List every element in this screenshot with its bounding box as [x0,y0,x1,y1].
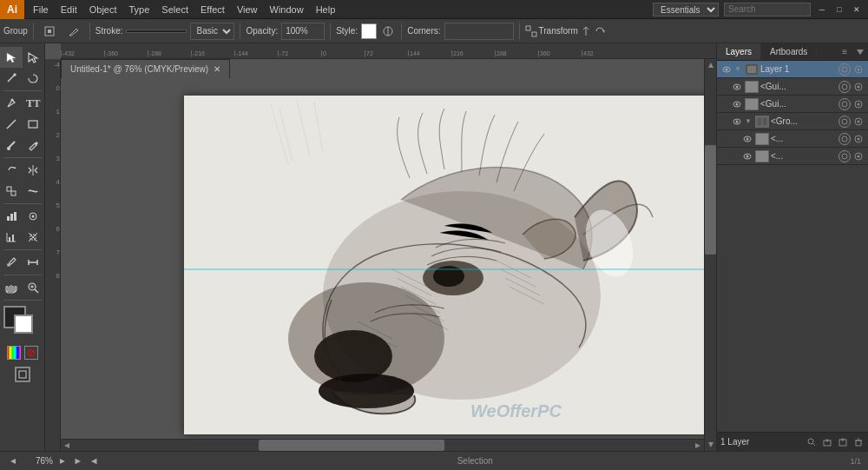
direct-selection-tool[interactable] [23,47,45,68]
line-tool[interactable] [0,114,23,135]
layer-item-4[interactable]: ▼ <Gro... [717,113,868,130]
prev-artboard-btn[interactable] [7,455,19,467]
layer-options-2[interactable] [852,81,865,93]
scroll-down-btn[interactable] [705,439,716,451]
minimize-button[interactable]: ─ [816,3,828,16]
visibility-icon-2[interactable] [731,81,743,93]
background-color[interactable] [14,314,33,334]
horizontal-scrollbar[interactable] [61,439,704,451]
workspace-select[interactable]: Essentials [653,3,719,17]
delete-layer-icon[interactable] [852,436,865,448]
layer-item-6[interactable]: <... [717,148,868,165]
align-icon[interactable] [525,25,537,37]
rotate-icon[interactable] [594,25,606,37]
lasso-tool[interactable] [23,68,45,89]
pen-tool[interactable] [0,93,23,114]
expand-arrow-4[interactable]: ▼ [745,117,753,125]
visibility-icon-5[interactable] [741,133,753,145]
menu-window[interactable]: Window [265,3,309,17]
layer-target-6[interactable] [838,150,851,162]
stroke-preview[interactable] [126,30,187,33]
column-graph-tool[interactable] [0,227,23,248]
layer-options-6[interactable] [852,150,865,162]
scroll-left-btn[interactable] [61,442,73,449]
tab-layers[interactable]: Layers [717,43,761,60]
menu-type[interactable]: Type [124,3,155,17]
type-tool[interactable]: T T [23,93,45,114]
panel-menu-icon[interactable]: ≡ [837,43,852,60]
layer-target-2[interactable] [838,81,851,93]
new-sublayer-icon[interactable] [821,436,833,448]
panel-expand-icon[interactable] [854,46,866,58]
canvas-area[interactable]: -432 -360 -288 -216 -144 -72 0 72 144 21… [45,43,716,451]
layer-target-5[interactable] [838,133,851,145]
menu-file[interactable]: File [28,3,54,17]
zoom-tool[interactable] [23,277,45,298]
document-tab[interactable]: Untitled-1* @ 76% (CMYK/Preview) ✕ [61,59,230,78]
h-scroll-thumb[interactable] [259,440,444,451]
vertical-scrollbar[interactable] [704,59,716,451]
flip-icon[interactable] [580,25,592,37]
last-btn[interactable] [88,455,100,467]
expand-arrow-1[interactable]: ▼ [734,65,743,73]
search-input[interactable] [724,3,811,17]
menu-object[interactable]: Object [84,3,122,17]
tab-artboards[interactable]: Artboards [761,43,817,60]
magic-wand-tool[interactable] [0,68,23,89]
visibility-icon-1[interactable] [720,63,733,76]
screen-mode-btn[interactable] [15,367,30,382]
opacity-input[interactable] [281,23,325,40]
visibility-icon-4[interactable] [731,116,743,128]
warp-tool[interactable] [23,181,45,202]
close-button[interactable]: ✕ [851,3,863,16]
menu-edit[interactable]: Edit [56,3,82,17]
scale-tool[interactable] [0,181,23,202]
next-artboard-btn[interactable] [56,455,69,467]
style-box[interactable] [361,23,377,39]
edit-icon-btn[interactable] [63,23,84,40]
reflect-tool[interactable] [23,160,45,181]
eyedropper-tool[interactable] [0,252,23,273]
menu-help[interactable]: Help [311,3,341,17]
layer-item-1[interactable]: ▼ Layer 1 [717,61,868,78]
layer-target-3[interactable] [838,98,851,110]
rectangle-tool[interactable] [23,114,45,135]
visibility-icon-6[interactable] [741,150,753,162]
none-color-btn[interactable]: ⊘ [24,346,38,360]
layer-item-5[interactable]: <... [717,130,868,148]
measure-tool[interactable] [23,252,45,273]
style-icon[interactable] [380,23,396,39]
menu-effect[interactable]: Effect [195,3,230,17]
graph-tool[interactable] [0,206,23,227]
maximize-button[interactable]: □ [833,3,845,16]
corners-input[interactable] [444,23,514,40]
layer-item-3[interactable]: <Gui... [717,96,868,113]
layer-target-4[interactable] [838,116,851,128]
zoom-input[interactable] [23,456,53,466]
scroll-right-btn[interactable] [692,442,704,449]
first-btn[interactable] [72,455,84,467]
layer-options-4[interactable] [852,116,865,128]
paintbrush-tool[interactable] [0,135,23,156]
slice-tool[interactable] [23,227,45,248]
layer-options-3[interactable] [852,98,865,110]
scroll-thumb[interactable] [705,145,716,255]
tab-close-icon[interactable]: ✕ [214,64,220,74]
hand-tool[interactable] [0,277,23,298]
layer-item-2[interactable]: <Gui... [717,78,868,96]
new-layer-icon[interactable] [837,436,849,448]
layer-target-1[interactable] [838,63,851,76]
color-gradient-btn[interactable] [7,346,21,360]
selection-tool[interactable] [0,47,23,68]
search-layers-icon[interactable] [806,436,818,448]
layer-options-5[interactable] [852,133,865,145]
layer-options-1[interactable] [852,63,865,76]
visibility-icon-3[interactable] [731,98,743,110]
symbol-tool[interactable] [23,206,45,227]
stroke-style-select[interactable]: Basic [190,23,234,40]
transform-icon-btn[interactable] [39,23,60,40]
menu-view[interactable]: View [232,3,263,17]
scroll-up-btn[interactable] [705,59,716,71]
rotate-tool[interactable] [0,160,23,181]
pencil-tool[interactable] [23,135,45,156]
